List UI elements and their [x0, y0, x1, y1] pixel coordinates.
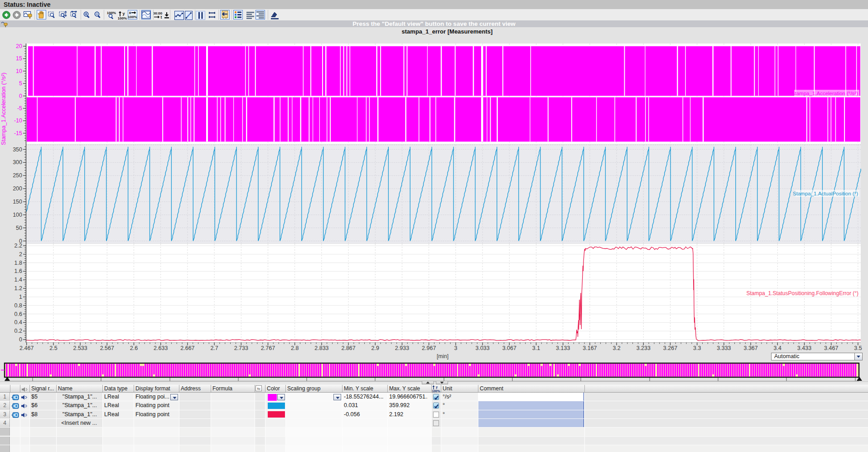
svg-text:3.3: 3.3: [693, 345, 701, 351]
svg-text:0: 0: [19, 336, 22, 343]
svg-text:3.5: 3.5: [854, 345, 862, 351]
svg-text:2: 2: [19, 251, 22, 258]
svg-text:t: t: [161, 15, 162, 19]
svg-text:5: 5: [19, 80, 22, 87]
svg-text:2.5: 2.5: [49, 345, 57, 351]
svg-text:2.567: 2.567: [100, 345, 114, 351]
svg-text:-10: -10: [14, 117, 22, 124]
svg-text:3.1: 3.1: [532, 345, 540, 351]
svg-text:350: 350: [13, 146, 22, 153]
svg-text:y: y: [436, 385, 438, 389]
svg-text:250: 250: [13, 172, 22, 179]
svg-text:-5: -5: [17, 105, 22, 112]
svg-text:3.033: 3.033: [475, 345, 489, 351]
svg-text:Stampa_1.Acceleration (°/s²): Stampa_1.Acceleration (°/s²): [0, 73, 7, 145]
svg-text:3.2: 3.2: [612, 345, 620, 351]
svg-text:Stampa_1.ActualPosition (°): Stampa_1.ActualPosition (°): [793, 191, 858, 196]
svg-text:x: x: [129, 10, 131, 15]
svg-text:2.533: 2.533: [73, 345, 87, 351]
svg-text:2.633: 2.633: [154, 345, 168, 351]
svg-text:3.067: 3.067: [502, 345, 516, 351]
svg-text:200: 200: [13, 185, 22, 192]
svg-text:[min]: [min]: [437, 353, 448, 360]
svg-text:1.2: 1.2: [14, 285, 22, 292]
svg-text:1.6: 1.6: [14, 268, 22, 274]
svg-text:2.867: 2.867: [341, 345, 355, 351]
svg-text:0.2: 0.2: [14, 328, 22, 334]
svg-text:3.467: 3.467: [824, 345, 838, 351]
svg-text:2.8: 2.8: [291, 345, 299, 351]
svg-text:1: 1: [19, 294, 22, 300]
svg-text:3.267: 3.267: [663, 345, 677, 351]
svg-text:3: 3: [454, 345, 457, 351]
svg-text:3.233: 3.233: [637, 345, 651, 351]
svg-text:2.933: 2.933: [395, 345, 409, 351]
svg-text:2.667: 2.667: [180, 345, 194, 351]
svg-text:3.4: 3.4: [774, 345, 781, 351]
svg-text:2.9: 2.9: [371, 345, 379, 351]
svg-text:15: 15: [16, 55, 22, 62]
svg-text:2.6: 2.6: [130, 345, 138, 351]
svg-text:150: 150: [13, 199, 22, 205]
svg-text:50: 50: [16, 225, 22, 231]
svg-text:2.7: 2.7: [210, 345, 218, 351]
svg-text:3.167: 3.167: [583, 345, 597, 351]
svg-text:y: y: [122, 11, 125, 16]
svg-text:2.767: 2.767: [261, 345, 275, 351]
svg-text:1.8: 1.8: [14, 260, 22, 266]
svg-text:0.6: 0.6: [14, 311, 22, 317]
svg-text:100: 100: [13, 212, 22, 218]
svg-text:3.433: 3.433: [797, 345, 811, 351]
svg-text:0.4: 0.4: [14, 319, 22, 326]
svg-text:20: 20: [16, 44, 22, 49]
svg-text:100%: 100%: [128, 15, 137, 19]
svg-text:0: 0: [19, 93, 22, 99]
svg-text:Stampa_1.StatusPositioning.Fol: Stampa_1.StatusPositioning.FollowingErro…: [746, 290, 858, 296]
svg-text:100%: 100%: [432, 389, 440, 393]
svg-text:300: 300: [13, 159, 22, 165]
svg-text:1.4: 1.4: [14, 277, 22, 283]
svg-text:3.133: 3.133: [556, 345, 570, 351]
svg-text:0.8: 0.8: [14, 302, 22, 309]
svg-text:2.467: 2.467: [19, 345, 34, 351]
svg-text:2.2: 2.2: [14, 243, 22, 249]
svg-text:2.967: 2.967: [422, 345, 436, 351]
svg-text:2.833: 2.833: [314, 345, 328, 351]
svg-text:2.733: 2.733: [234, 345, 248, 351]
svg-text:-15: -15: [14, 130, 22, 136]
svg-text:100%: 100%: [118, 16, 127, 20]
svg-text:Stampa_1.Acceleration (°/s²): Stampa_1.Acceleration (°/s²): [791, 91, 858, 96]
svg-text:3.333: 3.333: [717, 345, 731, 351]
svg-text:3.367: 3.367: [743, 345, 757, 351]
svg-text:10: 10: [16, 68, 22, 74]
